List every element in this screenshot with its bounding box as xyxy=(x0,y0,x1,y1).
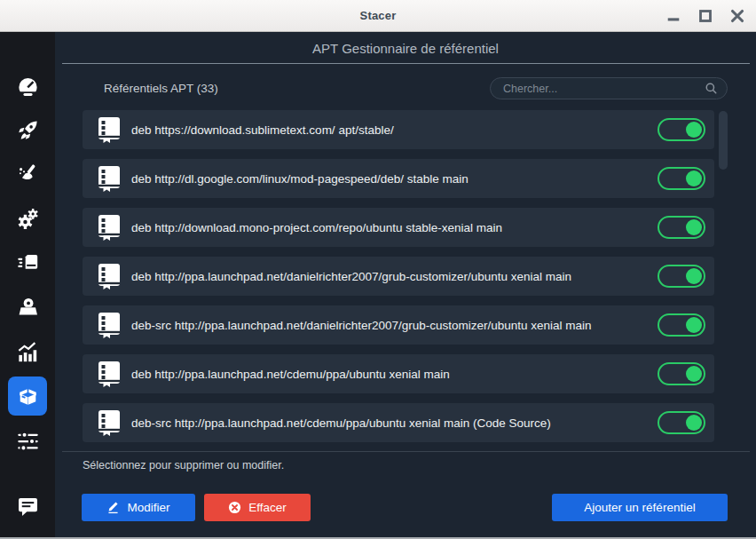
search-icon xyxy=(705,82,718,95)
repository-list: deb https://download.sublimetext.com/ ap… xyxy=(83,110,714,452)
selection-hint: Sélectionnez pour supprimer ou modifier. xyxy=(83,459,284,472)
repository-label: deb http://dl.google.com/linux/mod-pages… xyxy=(131,172,650,186)
close-button[interactable] xyxy=(728,6,747,26)
delete-button[interactable]: Effacer xyxy=(204,494,311,521)
repository-label: deb http://ppa.launchpad.net/danielricht… xyxy=(131,270,650,283)
toggle-knob xyxy=(686,219,702,235)
repository-icon xyxy=(98,263,121,289)
circle-x-icon xyxy=(228,501,241,514)
toggle-knob xyxy=(686,268,702,284)
edit-button[interactable]: Modifier xyxy=(82,494,195,521)
edit-button-label: Modifier xyxy=(127,501,169,514)
sidebar xyxy=(0,32,55,537)
repository-row[interactable]: deb http://ppa.launchpad.net/danielricht… xyxy=(83,257,714,296)
toggle-knob xyxy=(686,170,702,186)
repository-icon xyxy=(98,312,121,338)
repository-icon xyxy=(98,361,121,387)
repository-toggle[interactable] xyxy=(658,265,705,288)
repository-label: deb https://download.sublimetext.com/ ap… xyxy=(131,123,650,137)
uninstaller-icon xyxy=(16,296,40,320)
apt-repository-page: APT Gestionnaire de référentiel Référent… xyxy=(55,32,756,537)
sidebar-item-dashboard[interactable] xyxy=(8,66,47,105)
add-repository-button-label: Ajouter un référentiel xyxy=(584,501,695,514)
stacer-window: Stacer xyxy=(0,0,756,539)
gears-icon xyxy=(16,207,40,231)
sidebar-item-processes[interactable] xyxy=(8,243,47,282)
page-title: APT Gestionnaire de référentiel xyxy=(55,41,756,56)
window-title: Stacer xyxy=(360,9,397,22)
search-input[interactable] xyxy=(503,83,705,95)
repository-toggle[interactable] xyxy=(658,313,705,337)
sidebar-item-uninstaller[interactable] xyxy=(8,288,47,327)
footer-divider xyxy=(62,451,750,452)
repository-row[interactable]: deb http://dl.google.com/linux/mod-pages… xyxy=(83,159,714,198)
sidebar-item-apt-repository-manager[interactable] xyxy=(8,377,47,416)
repository-icon xyxy=(98,116,121,143)
maximize-icon xyxy=(696,6,715,26)
repository-toggle[interactable] xyxy=(658,118,705,141)
repository-row[interactable]: deb http://download.mono-project.com/rep… xyxy=(83,208,714,247)
maximize-button[interactable] xyxy=(696,6,715,26)
add-repository-button[interactable]: Ajouter un référentiel xyxy=(552,494,728,521)
repository-toggle[interactable] xyxy=(658,362,705,385)
repository-label: deb-src http://ppa.launchpad.net/cdemu/p… xyxy=(131,416,650,430)
toggle-knob xyxy=(686,122,702,138)
pencil-icon xyxy=(106,501,120,514)
repository-row[interactable]: deb http://ppa.launchpad.net/cdemu/ppa/u… xyxy=(83,354,714,393)
search-box xyxy=(490,77,728,99)
minimize-icon xyxy=(664,6,683,26)
repository-label: deb-src http://ppa.launchpad.net/danielr… xyxy=(131,319,650,332)
close-icon xyxy=(728,6,747,26)
repository-row[interactable]: deb-src http://ppa.launchpad.net/danielr… xyxy=(83,305,714,345)
repository-icon xyxy=(98,409,121,436)
header-divider xyxy=(62,63,750,64)
gauge-icon xyxy=(16,74,40,98)
sidebar-item-settings[interactable] xyxy=(8,421,47,460)
window-controls xyxy=(664,0,747,32)
sidebar-item-feedback[interactable] xyxy=(8,487,47,526)
minimize-button[interactable] xyxy=(664,6,683,26)
sidebar-item-system-cleaner[interactable] xyxy=(8,155,47,194)
toggle-knob xyxy=(686,415,702,431)
toggle-knob xyxy=(686,366,702,382)
repository-toggle[interactable] xyxy=(658,411,705,434)
repository-icon xyxy=(98,214,121,241)
sliders-icon xyxy=(16,429,40,453)
repository-label: deb http://download.mono-project.com/rep… xyxy=(131,221,650,234)
chat-icon xyxy=(16,495,40,519)
processes-icon xyxy=(16,251,40,275)
repository-toggle[interactable] xyxy=(658,216,705,239)
brush-icon xyxy=(16,162,40,186)
delete-button-label: Effacer xyxy=(248,501,287,514)
chart-icon xyxy=(16,340,40,364)
repository-row[interactable]: deb https://download.sublimetext.com/ ap… xyxy=(83,110,714,149)
titlebar: Stacer xyxy=(0,0,756,32)
list-title: Référentiels APT (33) xyxy=(104,82,218,95)
repository-icon xyxy=(98,165,121,192)
repository-row[interactable]: deb-src http://ppa.launchpad.net/cdemu/p… xyxy=(83,403,714,442)
sidebar-item-resources[interactable] xyxy=(8,332,47,371)
repository-label: deb http://ppa.launchpad.net/cdemu/ppa/u… xyxy=(131,368,650,381)
sidebar-item-services[interactable] xyxy=(8,199,47,238)
package-icon xyxy=(16,384,40,408)
scrollbar-thumb[interactable] xyxy=(719,111,728,170)
rocket-icon xyxy=(16,118,40,142)
sidebar-item-startup-apps[interactable] xyxy=(8,110,47,149)
toggle-knob xyxy=(686,317,702,333)
repository-toggle[interactable] xyxy=(658,167,705,190)
